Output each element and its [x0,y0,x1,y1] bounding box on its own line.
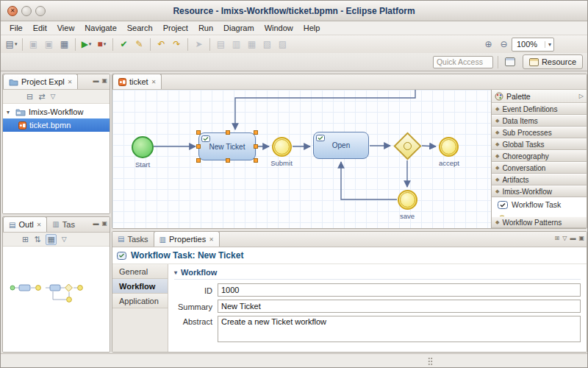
save-button[interactable]: ▣ [26,38,40,52]
selection-handle[interactable] [226,130,230,135]
tab-workflow[interactable]: Workflow [112,279,168,294]
window-maximize-button[interactable] [35,6,46,16]
twistie-icon[interactable]: ▾ [174,269,177,276]
select-tool-button[interactable]: ➤ [192,38,206,52]
palette-section-artifacts[interactable]: ◆Artifacts [492,174,587,185]
quick-access-input[interactable] [433,56,493,68]
menu-edit[interactable]: Edit [28,21,52,35]
view-menu-icon[interactable]: ▽ [50,93,55,100]
align-center-button[interactable]: ▥ [229,38,243,52]
window-close-button[interactable]: ✕ [7,6,18,16]
summary-input[interactable] [218,300,581,313]
workflow-section-header[interactable]: ▾ Workflow [174,268,581,280]
save-all-button[interactable]: ▣ [42,38,56,52]
bpmn-event-submit[interactable] [272,137,292,157]
minimize-icon[interactable]: ▬ [93,220,98,227]
bpmn-start-event[interactable] [132,136,154,158]
view-menu-icon[interactable]: ▽ [62,236,67,243]
tab-application[interactable]: Application [112,294,168,308]
tree-item-project[interactable]: ▾ Imixs-Workflow [3,105,110,118]
link-editor-icon[interactable]: ⇄ [38,92,45,102]
tab-tasks[interactable]: ▤ Tasks [112,231,154,247]
close-icon[interactable]: ✕ [209,236,214,243]
menu-run[interactable]: Run [193,21,218,35]
selection-handle[interactable] [196,130,201,135]
palette-section-workflow-patterns[interactable]: ◆Workflow Patterns [492,216,587,228]
menu-view[interactable]: View [52,21,80,35]
tree-item-file-selected[interactable]: ticket.bpmn [3,118,110,132]
sort-icon[interactable]: ⇅ [34,235,40,244]
maximize-icon[interactable]: ▣ [101,220,107,227]
minimize-icon[interactable]: ▬ [93,77,98,84]
palette-section-sub-processes[interactable]: ◆Sub Processes [492,127,587,138]
new-wizard-button[interactable]: ▤▾ [4,38,18,52]
palette-section-conversation[interactable]: ◆Conversation [492,162,587,174]
tab-tasks-view[interactable]: ▥ Tas [47,216,80,232]
selection-handle[interactable] [254,130,258,135]
maximize-icon[interactable]: ▣ [101,77,107,84]
palette-header[interactable]: Palette ▷ [492,90,587,103]
selection-handle[interactable] [254,158,258,163]
sash-grip[interactable] [428,357,433,365]
palette-section-data-items[interactable]: ◆Data Items [492,115,587,127]
menu-navigate[interactable]: Navigate [79,21,121,35]
pin-view-icon[interactable]: ⊞ [555,235,560,241]
distribute-vertical-button[interactable]: ▧ [260,38,274,52]
expander-icon[interactable]: ▾ [7,109,12,116]
external-tools-button[interactable]: ■▾ [95,38,109,52]
tab-general[interactable]: General [112,264,168,279]
distribute-horizontal-button[interactable]: ▦ [245,38,259,52]
zoom-level-combo[interactable]: 100% ▾ [512,38,554,52]
tab-outline[interactable]: ▤ Outl ✕ [3,216,47,232]
menu-project[interactable]: Project [158,21,193,35]
bpmn-event-save[interactable] [398,190,417,210]
menu-diagram[interactable]: Diagram [218,21,259,35]
overview-mode-icon[interactable]: ▦ [46,234,56,245]
minimize-icon[interactable]: ▬ [570,235,576,241]
palette-section-imixs-workflow[interactable]: ◆Imixs-Workflow [492,185,587,197]
menu-window[interactable]: Window [259,21,298,35]
tab-editor-ticket[interactable]: ticket ✕ [112,74,162,89]
maximize-icon[interactable]: ▣ [578,235,584,241]
print-button[interactable]: ▦ [57,38,71,52]
edit-annotation-button[interactable]: ✎ [132,38,146,52]
close-icon[interactable]: ✕ [151,79,157,85]
palette-section-choreography[interactable]: ◆Choreography [492,150,587,162]
collapse-all-icon[interactable]: ⊟ [26,92,33,102]
tab-project-explorer[interactable]: Project Expl ✕ [3,74,78,89]
palette-item-workflow-task[interactable]: Workflow Task [492,197,587,212]
palette-section-event-definitions[interactable]: ◆Event Definitions [492,103,587,115]
view-menu-icon[interactable]: ▽ [562,235,567,241]
redo-button[interactable]: ↷ [170,38,184,52]
tab-properties[interactable]: ▥ Properties ✕ [154,231,220,247]
run-button[interactable]: ▶▾ [79,38,93,52]
align-left-button[interactable]: ▤ [214,38,228,52]
zoom-in-button[interactable]: ⊕ [481,38,495,52]
expand-all-icon[interactable]: ⊞ [22,235,29,244]
diagram-canvas[interactable]: Start New Ticket Submit Open [112,90,587,228]
zoom-out-button[interactable]: ⊖ [497,38,511,52]
perspective-resource-button[interactable]: Resource [523,54,583,69]
palette-section-global-tasks[interactable]: ◆Global Tasks [492,138,587,150]
close-icon[interactable]: ✕ [68,79,73,85]
menu-help[interactable]: Help [298,21,326,35]
selection-handle[interactable] [254,144,258,149]
bpmn-task-open[interactable]: Open [313,132,369,159]
close-icon[interactable]: ✕ [37,222,42,228]
window-minimize-button[interactable] [21,6,32,16]
pin-icon[interactable]: ▷ [579,93,584,99]
id-input[interactable] [218,283,581,297]
selection-handle[interactable] [196,144,201,149]
undo-button[interactable]: ↶ [154,38,168,52]
validate-button[interactable]: ✔ [117,38,131,52]
open-perspective-button[interactable] [503,55,517,69]
bpmn-event-accept[interactable] [439,137,459,157]
snap-grid-button[interactable]: ▨ [276,38,290,52]
selection-handle[interactable] [226,158,230,163]
menu-file[interactable]: File [4,21,28,35]
menu-search[interactable]: Search [122,21,158,35]
bpmn-task-new-ticket[interactable]: New Ticket [198,132,256,160]
selection-handle[interactable] [196,158,201,163]
outline-thumbnail[interactable] [3,247,110,352]
abstract-textarea[interactable]: Create a new Ticket workflow [218,316,581,342]
